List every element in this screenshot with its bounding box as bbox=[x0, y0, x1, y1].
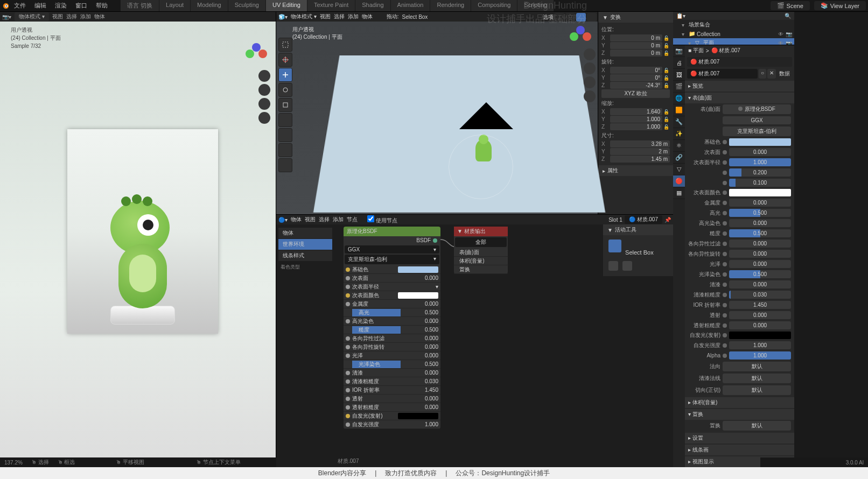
shading-solid-icon[interactable] bbox=[565, 13, 575, 22]
header-view[interactable]: 视图 bbox=[52, 13, 63, 20]
menu-edit[interactable]: 编辑 bbox=[30, 2, 51, 10]
tool-cursor[interactable] bbox=[278, 53, 292, 67]
lock-icon[interactable]: 🔓 bbox=[663, 36, 670, 41]
bsdf-input-IOR 折射率[interactable]: IOR 折射率1.450 bbox=[344, 386, 440, 395]
editor-type-icon[interactable]: 🧊▾ bbox=[278, 14, 288, 20]
mat-datalink[interactable]: 数据 bbox=[777, 69, 792, 79]
material-output-node[interactable]: ▼ 材质输出 全部 表(曲)面 体积(音量) 置换 bbox=[454, 227, 508, 274]
prop-各向异性旋转[interactable]: 各向异性旋转0.000 bbox=[685, 249, 794, 259]
output-volume[interactable]: 体积(音量) bbox=[454, 257, 508, 265]
scale-y[interactable]: 1.000 bbox=[610, 116, 662, 123]
camera-icon[interactable] bbox=[258, 98, 270, 110]
bsdf-input-次表面[interactable]: 次表面0.000 bbox=[344, 274, 440, 283]
tangent-dropdown[interactable]: 默认 bbox=[723, 385, 791, 395]
shading-rendered-icon[interactable] bbox=[587, 13, 597, 22]
prop-清漆粗糙度[interactable]: 清漆粗糙度0.030 bbox=[685, 290, 794, 300]
options-dropdown[interactable]: 选项 bbox=[543, 13, 554, 21]
lock-icon[interactable]: 🔓 bbox=[663, 68, 670, 73]
lock-icon[interactable]: 🔓 bbox=[663, 124, 670, 130]
prop-高光[interactable]: 高光0.500 bbox=[685, 208, 794, 218]
prop-sub[interactable]: 0.100 bbox=[685, 178, 794, 188]
lock-icon[interactable]: 🔓 bbox=[663, 75, 670, 81]
normal-dropdown[interactable]: 默认 bbox=[723, 362, 791, 371]
dist-dropdown[interactable]: GGX▾ bbox=[345, 245, 439, 253]
tool-transform[interactable] bbox=[278, 113, 292, 127]
lock-icon[interactable]: 🔓 bbox=[663, 43, 670, 48]
mat-slot[interactable]: 🔴 材质.007 bbox=[687, 57, 792, 67]
eye-icon[interactable]: 👁 bbox=[778, 40, 785, 46]
surface-type-btn[interactable]: 原理化BSDF bbox=[723, 104, 791, 114]
tool-move[interactable] bbox=[278, 68, 292, 82]
mat-users[interactable]: ○ bbox=[759, 69, 766, 79]
tab-sculpting[interactable]: Sculpting bbox=[228, 0, 266, 11]
rot-mode[interactable]: XYZ 欧拉 bbox=[601, 89, 670, 98]
prop-清漆[interactable]: 清漆0.000 bbox=[685, 279, 794, 290]
tool-measure[interactable] bbox=[278, 143, 292, 157]
editor-type-icon[interactable]: 📷▾ bbox=[2, 14, 11, 20]
header-object[interactable]: 物体 bbox=[94, 13, 105, 20]
bsdf-input-次表面半径[interactable]: 次表面半径▾ bbox=[344, 283, 440, 291]
slot-selector[interactable]: Slot 1 bbox=[608, 217, 622, 223]
ne-select[interactable]: 选择 bbox=[319, 216, 330, 223]
tool-select[interactable] bbox=[278, 38, 292, 52]
loc-z[interactable]: 0 m bbox=[610, 50, 662, 57]
tab-modeling[interactable]: Modeling bbox=[191, 0, 228, 11]
bsdf-input-自发光(发射)[interactable]: 自发光(发射) bbox=[344, 412, 440, 420]
cc-normal-dropdown[interactable]: 默认 bbox=[723, 374, 791, 383]
prop-金属度[interactable]: 金属度0.000 bbox=[685, 198, 794, 208]
rot-x[interactable]: 0° bbox=[610, 67, 662, 74]
mode-dropdown[interactable]: 物体模式 ▾ bbox=[15, 12, 49, 21]
bsdf-input-清漆[interactable]: 清漆0.000 bbox=[344, 369, 440, 377]
principled-bsdf-node[interactable]: 原理化BSDF BSDF GGX▾ 克里斯坦森-伯利▾ 基础色次表面0.000次… bbox=[344, 227, 440, 429]
camera-icon[interactable] bbox=[584, 76, 596, 88]
prop-次表面半径[interactable]: 次表面半径1.000 bbox=[685, 157, 794, 167]
pan-icon[interactable] bbox=[584, 62, 596, 74]
outliner-item[interactable]: ▾📁Collection👁📷 bbox=[673, 30, 794, 38]
prop-光泽[interactable]: 光泽0.000 bbox=[685, 259, 794, 269]
rot-y[interactable]: 0° bbox=[610, 74, 662, 81]
bsdf-input-金属度[interactable]: 金属度0.000 bbox=[344, 300, 440, 308]
tool-addcube[interactable] bbox=[278, 158, 292, 172]
loc-x[interactable]: 0 m bbox=[610, 34, 662, 41]
bsdf-input-清漆粗糙度[interactable]: 清漆粗糙度0.030 bbox=[344, 377, 440, 386]
sss-dropdown[interactable]: 克里斯坦森-伯利▾ bbox=[345, 255, 439, 264]
drag-tool-dropdown[interactable]: Select Box bbox=[402, 14, 428, 20]
menu-file[interactable]: 文件 bbox=[10, 2, 30, 10]
header-select[interactable]: 选择 bbox=[66, 13, 77, 20]
loc-y[interactable]: 0 m bbox=[610, 42, 662, 49]
zoom-icon[interactable] bbox=[584, 48, 596, 60]
tab-rendering[interactable]: Rendering bbox=[430, 0, 471, 11]
prop-透射[interactable]: 透射0.000 bbox=[685, 310, 794, 320]
gizmo-x-icon[interactable] bbox=[583, 32, 591, 41]
vp-select[interactable]: 选择 bbox=[334, 13, 345, 20]
prop-次表面颜色[interactable]: 次表面颜色 bbox=[685, 188, 794, 198]
bsdf-input-透射粗糙度[interactable]: 透射粗糙度0.000 bbox=[344, 403, 440, 412]
lineart-section[interactable]: ▸ 线条画 bbox=[685, 445, 794, 455]
vp-view[interactable]: 视图 bbox=[320, 13, 331, 20]
tool-rotate[interactable] bbox=[278, 83, 292, 97]
menu-render[interactable]: 渲染 bbox=[51, 2, 71, 10]
lock-icon[interactable]: 🔓 bbox=[663, 83, 670, 88]
prop-sub[interactable]: 0.200 bbox=[685, 167, 794, 178]
tab-scripting[interactable]: Scripting bbox=[517, 0, 554, 11]
dim-x[interactable]: 3.28 m bbox=[610, 140, 670, 147]
tab-shading[interactable]: Shading bbox=[355, 0, 390, 11]
bsdf-input-糙度[interactable]: 糙度0.500 bbox=[344, 326, 440, 334]
tab-scene-icon[interactable]: 🎬 bbox=[673, 81, 685, 93]
nav-gizmo[interactable] bbox=[570, 26, 591, 47]
scale-x[interactable]: 1.640 bbox=[610, 108, 662, 115]
ne-node[interactable]: 节点 bbox=[347, 216, 358, 223]
tab-modifier-icon[interactable]: 🔧 bbox=[673, 116, 685, 128]
bsdf-input-次表面颜色[interactable]: 次表面颜色 bbox=[344, 291, 440, 300]
rot-z[interactable]: -24.3° bbox=[610, 82, 662, 89]
tab-uvediting[interactable]: UV Editing bbox=[266, 0, 307, 11]
menu-window[interactable]: 窗口 bbox=[71, 2, 92, 10]
dist-dropdown[interactable]: GGX bbox=[723, 116, 791, 124]
bsdf-input-光泽[interactable]: 光泽0.000 bbox=[344, 351, 440, 360]
pin-icon[interactable]: 📌 bbox=[664, 217, 671, 223]
sb-object[interactable]: 物体 bbox=[278, 228, 332, 238]
tab-constraint-icon[interactable]: 🔗 bbox=[673, 152, 685, 164]
output-surface[interactable]: 表(曲)面 bbox=[454, 248, 508, 257]
render-icon[interactable]: 📷 bbox=[786, 40, 792, 46]
render-icon[interactable]: 📷 bbox=[786, 31, 792, 37]
